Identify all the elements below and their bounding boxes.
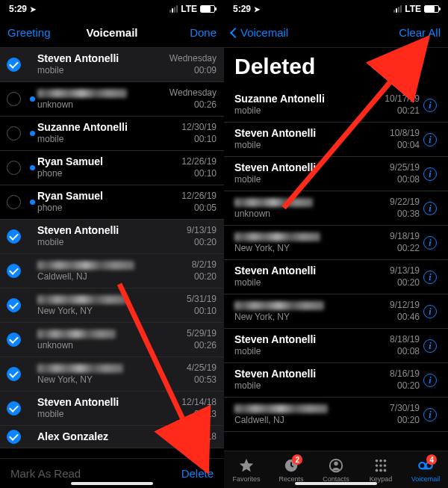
select-checkbox[interactable]: [7, 367, 21, 381]
vm-date: Wednesday: [169, 87, 217, 99]
unread-dot-icon: [30, 200, 35, 205]
select-checkbox[interactable]: [7, 161, 21, 175]
info-icon[interactable]: [423, 236, 437, 250]
info-icon[interactable]: [423, 167, 437, 181]
caller-name: Steven Antonelli: [234, 127, 385, 140]
info-icon[interactable]: [423, 339, 437, 353]
info-icon[interactable]: [423, 305, 437, 318]
vm-date: 9/12/19: [390, 300, 420, 312]
tab-label: Recents: [279, 475, 303, 483]
deleted-row[interactable]: Suzanne Antonellimobile10/17/1900:21: [224, 88, 448, 123]
tab-favorites[interactable]: Favorites: [224, 451, 269, 488]
svg-point-3: [376, 459, 379, 462]
voicemail-row[interactable]: New York, NY5/31/1900:10: [0, 288, 224, 323]
vm-duration: 00:10: [187, 306, 217, 318]
status-time: 5:29: [9, 4, 27, 14]
caller-sub: New York, NY: [234, 243, 385, 255]
info-icon[interactable]: [423, 133, 437, 146]
select-checkbox[interactable]: [7, 126, 21, 140]
voicemail-row[interactable]: Suzanne Antonellimobile12/30/1900:10: [0, 117, 224, 151]
vm-date: 8/2/19: [192, 259, 217, 271]
greeting-button[interactable]: Greeting: [7, 26, 51, 39]
caller-sub: New York, NY: [37, 374, 182, 386]
caller-sub: New York, NY: [37, 306, 182, 318]
caller-sub: mobile: [37, 409, 177, 421]
vm-duration: 00:20: [390, 277, 420, 289]
deleted-row[interactable]: Steven Antonellimobile9/13/1900:20: [224, 260, 448, 294]
vm-duration: 00:10: [181, 168, 217, 180]
vm-date: 9/22/19: [390, 197, 420, 209]
caller-sub: Caldwell, NJ: [37, 271, 187, 283]
info-icon[interactable]: [423, 408, 437, 421]
deleted-row[interactable]: Steven Antonellimobile10/8/1900:04: [224, 123, 448, 157]
select-checkbox[interactable]: [7, 401, 21, 416]
voicemail-row[interactable]: Steven AntonellimobileWednesday00:09: [0, 48, 224, 82]
voicemail-row[interactable]: Steven Antonellimobile12/14/1800:13: [0, 392, 224, 426]
vm-duration: 00:26: [169, 99, 217, 111]
delete-button[interactable]: Delete: [181, 467, 214, 480]
network-label: LTE: [405, 4, 421, 14]
home-indicator[interactable]: [295, 482, 377, 485]
vm-date: 12/26/19: [181, 156, 217, 168]
svg-point-6: [376, 464, 379, 467]
caller-sub: phone: [37, 168, 177, 180]
caller-sub: mobile: [234, 346, 385, 358]
vm-duration: 00:08: [390, 346, 420, 358]
caller-sub: Caldwell, NJ: [234, 415, 385, 427]
deleted-list[interactable]: Suzanne Antonellimobile10/17/1900:21Stev…: [224, 88, 448, 451]
status-bar: 5:29 ➤ LTE: [0, 0, 224, 18]
clear-all-button[interactable]: Clear All: [399, 26, 441, 39]
done-button[interactable]: Done: [190, 26, 217, 39]
voicemail-row[interactable]: Caldwell, NJ8/2/1900:20: [0, 254, 224, 288]
voicemail-list[interactable]: Steven AntonellimobileWednesday00:09unkn…: [0, 48, 224, 458]
tab-voicemail[interactable]: Voicemail 4: [403, 451, 448, 488]
home-indicator[interactable]: [71, 482, 153, 485]
caller-name-redacted: [234, 301, 324, 310]
deleted-row[interactable]: New York, NY9/12/1900:46: [224, 294, 448, 329]
info-icon[interactable]: [423, 374, 437, 387]
info-icon[interactable]: [423, 202, 437, 215]
battery-icon: [424, 5, 439, 13]
vm-duration: 00:20: [187, 237, 217, 249]
vm-date: 8/18/19: [390, 334, 420, 346]
deleted-row[interactable]: unknown9/22/1900:38: [224, 191, 448, 226]
voicemail-row[interactable]: Ryan Samuelphone12/26/1900:05: [0, 185, 224, 220]
deleted-row[interactable]: New York, NY9/18/1900:22: [224, 226, 448, 260]
deleted-row[interactable]: Steven Antonellimobile9/25/1900:08: [224, 157, 448, 191]
voicemail-row[interactable]: Alex Gonzalez10/19/18: [0, 426, 224, 448]
deleted-row[interactable]: Caldwell, NJ7/30/1900:20: [224, 398, 448, 432]
voicemail-row[interactable]: unknown5/29/1900:26: [0, 323, 224, 357]
voicemail-row[interactable]: Steven Antonellimobile9/13/1900:20: [0, 220, 224, 254]
caller-name: Steven Antonelli: [37, 224, 182, 237]
select-checkbox[interactable]: [7, 92, 21, 106]
vm-date: 5/29/19: [187, 328, 217, 340]
select-checkbox[interactable]: [7, 195, 21, 209]
caller-sub: mobile: [234, 105, 380, 117]
voicemail-row[interactable]: Ryan Samuelphone12/26/1900:10: [0, 151, 224, 185]
deleted-row[interactable]: Steven Antonellimobile8/18/1900:08: [224, 329, 448, 363]
select-checkbox[interactable]: [7, 58, 21, 72]
info-icon[interactable]: [423, 271, 437, 284]
select-checkbox[interactable]: [7, 430, 21, 444]
caller-name: Suzanne Antonelli: [37, 121, 177, 134]
info-icon[interactable]: [423, 99, 437, 112]
back-button[interactable]: Voicemail: [231, 26, 288, 39]
keypad-icon: [373, 457, 389, 474]
voicemail-row[interactable]: New York, NY4/25/1900:53: [0, 357, 224, 392]
battery-icon: [200, 5, 215, 13]
recents-badge: 2: [292, 454, 302, 465]
back-label: Voicemail: [240, 26, 288, 39]
network-label: LTE: [181, 4, 197, 14]
caller-name: Ryan Samuel: [37, 190, 177, 203]
voicemail-row[interactable]: unknownWednesday00:26: [0, 82, 224, 117]
select-checkbox[interactable]: [7, 333, 21, 347]
caller-name-redacted: [234, 232, 320, 241]
deleted-row[interactable]: Steven Antonellimobile8/16/1900:20: [224, 363, 448, 398]
select-checkbox[interactable]: [7, 229, 21, 244]
select-checkbox[interactable]: [7, 298, 21, 312]
select-checkbox[interactable]: [7, 264, 21, 278]
mark-as-read-button[interactable]: Mark As Read: [10, 467, 81, 480]
status-time: 5:29: [233, 4, 251, 14]
tab-label: Favorites: [232, 475, 260, 483]
vm-duration: 00:13: [181, 409, 217, 421]
